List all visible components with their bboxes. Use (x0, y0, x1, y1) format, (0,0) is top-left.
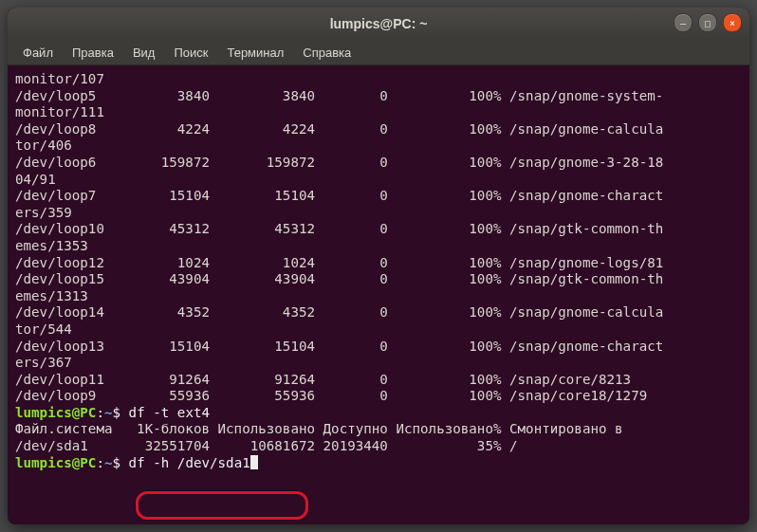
maximize-icon: □ (705, 18, 711, 28)
menu-view[interactable]: Вид (123, 43, 165, 63)
output-header: Файл.система 1K-блоков Использовано Дост… (15, 421, 742, 438)
output-line: monitor/107 (15, 71, 742, 88)
output-line: emes/1313 (15, 288, 742, 305)
output-line: /dev/loop9 55936 55936 0 100% /snap/core… (15, 388, 742, 405)
output-line: emes/1353 (15, 238, 742, 255)
output-line: /dev/loop7 15104 15104 0 100% /snap/gnom… (15, 188, 742, 205)
cursor-icon (250, 455, 258, 469)
output-line: /dev/loop5 3840 3840 0 100% /snap/gnome-… (15, 88, 742, 105)
menu-edit[interactable]: Правка (63, 43, 123, 63)
output-line: ers/359 (15, 205, 742, 222)
command-text: df -t ext4 (129, 405, 210, 420)
titlebar[interactable]: lumpics@PC: ~ – □ × (8, 8, 749, 40)
output-line: /dev/sda1 32551704 10681672 20193440 35%… (15, 438, 742, 455)
terminal-body[interactable]: monitor/107/dev/loop5 3840 3840 0 100% /… (8, 65, 749, 479)
prompt-path: ~ (104, 405, 113, 420)
output-line: /dev/loop15 43904 43904 0 100% /snap/gtk… (15, 271, 742, 288)
minimize-icon: – (680, 18, 686, 28)
prompt-line-current[interactable]: lumpics@PC:~$ df -h /dev/sda1 (15, 455, 742, 472)
close-button[interactable]: × (723, 13, 742, 32)
output-line: tor/406 (15, 138, 742, 155)
menu-file[interactable]: Файл (13, 43, 63, 63)
menu-terminal[interactable]: Терминал (217, 43, 293, 63)
output-line: 04/91 (15, 172, 742, 189)
annotation-highlight (136, 491, 308, 520)
menubar: Файл Правка Вид Поиск Терминал Справка (8, 40, 749, 65)
output-line: /dev/loop8 4224 4224 0 100% /snap/gnome-… (15, 121, 742, 138)
output-line: /dev/loop10 45312 45312 0 100% /snap/gtk… (15, 221, 742, 238)
output-line: monitor/111 (15, 104, 742, 121)
output-line: /dev/loop14 4352 4352 0 100% /snap/gnome… (15, 304, 742, 321)
menu-search[interactable]: Поиск (164, 43, 217, 63)
window-buttons: – □ × (674, 13, 742, 32)
maximize-button[interactable]: □ (698, 13, 717, 32)
output-line: /dev/loop11 91264 91264 0 100% /snap/cor… (15, 372, 742, 389)
minimize-button[interactable]: – (674, 13, 692, 32)
prompt-user: lumpics@PC (15, 455, 96, 470)
output-line: ers/367 (15, 355, 742, 372)
prompt-line: lumpics@PC:~$ df -t ext4 (15, 405, 742, 422)
output-line: /dev/loop6 159872 159872 0 100% /snap/gn… (15, 155, 742, 172)
prompt-path: ~ (104, 455, 113, 470)
output-line: /dev/loop13 15104 15104 0 100% /snap/gno… (15, 339, 742, 356)
output-line: /dev/loop12 1024 1024 0 100% /snap/gnome… (15, 255, 742, 272)
window-title: lumpics@PC: ~ (330, 16, 428, 31)
command-text: df -h /dev/sda1 (129, 455, 250, 470)
menu-help[interactable]: Справка (293, 43, 360, 63)
prompt-user: lumpics@PC (15, 405, 96, 420)
terminal-window: lumpics@PC: ~ – □ × Файл Правка Вид Поис… (8, 8, 749, 524)
output-line: tor/544 (15, 321, 742, 339)
close-icon: × (729, 18, 735, 28)
